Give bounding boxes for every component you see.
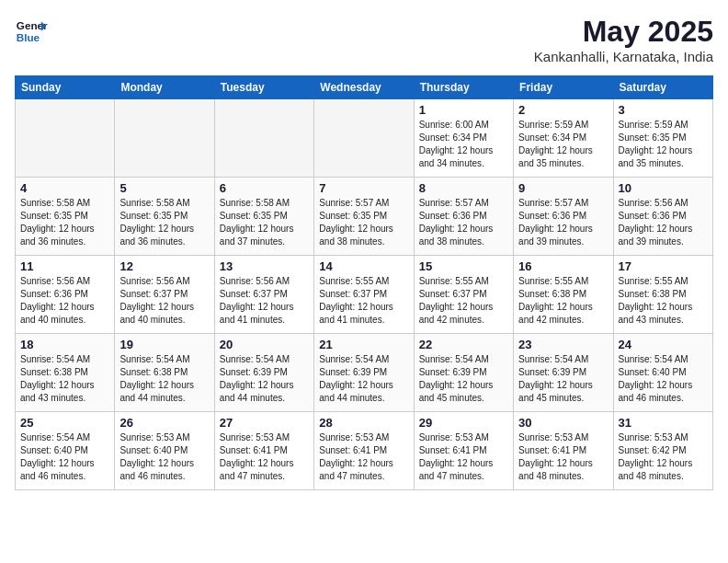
day-info: Sunrise: 5:56 AMSunset: 6:37 PMDaylight:… [119,275,209,327]
weekday-header-saturday: Saturday [613,76,712,99]
day-number: 23 [518,338,608,351]
calendar-cell: 15Sunrise: 5:55 AMSunset: 6:37 PMDayligh… [414,256,513,334]
calendar-cell: 30Sunrise: 5:53 AMSunset: 6:41 PMDayligh… [514,412,613,490]
day-info: Sunrise: 5:57 AMSunset: 6:36 PMDaylight:… [518,197,608,248]
day-info: Sunrise: 5:54 AMSunset: 6:40 PMDaylight:… [20,431,109,483]
month-year: May 2025 [534,15,713,49]
day-info: Sunrise: 5:54 AMSunset: 6:38 PMDaylight:… [20,353,109,405]
day-number: 10 [619,181,708,195]
calendar-cell: 22Sunrise: 5:54 AMSunset: 6:39 PMDayligh… [414,334,513,412]
calendar-cell [214,99,313,178]
calendar-cell [314,99,414,178]
day-number: 4 [20,181,109,195]
calendar-cell [16,99,115,178]
day-info: Sunrise: 5:53 AMSunset: 6:42 PMDaylight:… [619,431,708,483]
day-info: Sunrise: 5:57 AMSunset: 6:35 PMDaylight:… [319,197,408,248]
calendar-cell: 31Sunrise: 5:53 AMSunset: 6:42 PMDayligh… [613,412,712,490]
day-number: 15 [419,259,508,273]
calendar-cell: 28Sunrise: 5:53 AMSunset: 6:41 PMDayligh… [314,412,414,490]
day-info: Sunrise: 5:56 AMSunset: 6:37 PMDaylight:… [220,275,309,327]
day-info: Sunrise: 5:54 AMSunset: 6:39 PMDaylight:… [220,353,309,405]
day-info: Sunrise: 5:53 AMSunset: 6:41 PMDaylight:… [220,431,309,483]
title-block: May 2025 Kankanhalli, Karnataka, India [534,15,713,64]
calendar-cell [115,99,214,178]
day-number: 11 [20,259,109,273]
day-number: 13 [220,259,309,273]
day-number: 8 [419,181,508,195]
calendar-cell: 19Sunrise: 5:54 AMSunset: 6:38 PMDayligh… [115,334,214,412]
day-number: 19 [119,338,209,351]
day-info: Sunrise: 5:55 AMSunset: 6:38 PMDaylight:… [518,275,608,327]
day-info: Sunrise: 5:53 AMSunset: 6:41 PMDaylight:… [319,431,408,483]
day-info: Sunrise: 5:54 AMSunset: 6:39 PMDaylight:… [419,353,508,405]
day-info: Sunrise: 5:56 AMSunset: 6:36 PMDaylight:… [619,197,708,248]
day-info: Sunrise: 5:53 AMSunset: 6:40 PMDaylight:… [119,431,209,483]
day-number: 31 [619,416,708,430]
calendar-cell: 3Sunrise: 5:59 AMSunset: 6:35 PMDaylight… [613,99,712,178]
logo: General Blue [15,15,48,48]
day-info: Sunrise: 5:58 AMSunset: 6:35 PMDaylight:… [220,197,309,248]
day-number: 1 [419,103,508,117]
calendar-cell: 6Sunrise: 5:58 AMSunset: 6:35 PMDaylight… [214,178,313,256]
day-number: 30 [518,416,608,430]
day-info: Sunrise: 5:53 AMSunset: 6:41 PMDaylight:… [518,431,608,483]
calendar-cell: 18Sunrise: 5:54 AMSunset: 6:38 PMDayligh… [16,334,115,412]
day-number: 9 [518,181,608,195]
day-number: 26 [119,416,209,430]
calendar-cell: 23Sunrise: 5:54 AMSunset: 6:39 PMDayligh… [514,334,613,412]
day-number: 7 [319,181,408,195]
day-number: 20 [220,338,309,351]
day-number: 25 [20,416,109,430]
calendar-cell: 7Sunrise: 5:57 AMSunset: 6:35 PMDaylight… [314,178,414,256]
day-number: 2 [518,103,608,117]
day-info: Sunrise: 5:58 AMSunset: 6:35 PMDaylight:… [20,197,109,248]
day-number: 16 [518,259,608,273]
weekday-header-sunday: Sunday [16,76,115,99]
weekday-header-thursday: Thursday [414,76,513,99]
weekday-header-monday: Monday [115,76,214,99]
day-info: Sunrise: 5:55 AMSunset: 6:38 PMDaylight:… [619,275,708,327]
weekday-header-tuesday: Tuesday [214,76,313,99]
logo-icon: General Blue [15,15,48,48]
calendar-cell: 20Sunrise: 5:54 AMSunset: 6:39 PMDayligh… [214,334,313,412]
calendar-cell: 21Sunrise: 5:54 AMSunset: 6:39 PMDayligh… [314,334,414,412]
calendar-cell: 1Sunrise: 6:00 AMSunset: 6:34 PMDaylight… [414,99,513,178]
calendar-cell: 4Sunrise: 5:58 AMSunset: 6:35 PMDaylight… [16,178,115,256]
day-info: Sunrise: 5:55 AMSunset: 6:37 PMDaylight:… [419,275,508,327]
day-info: Sunrise: 6:00 AMSunset: 6:34 PMDaylight:… [419,119,508,170]
day-number: 21 [319,338,408,351]
day-info: Sunrise: 5:54 AMSunset: 6:39 PMDaylight:… [518,353,608,405]
day-number: 18 [20,338,109,351]
page-header: General Blue May 2025 Kankanhalli, Karna… [15,15,713,64]
calendar-cell: 14Sunrise: 5:55 AMSunset: 6:37 PMDayligh… [314,256,414,334]
day-number: 3 [619,103,708,117]
day-number: 29 [419,416,508,430]
calendar-cell: 9Sunrise: 5:57 AMSunset: 6:36 PMDaylight… [514,178,613,256]
calendar-cell: 10Sunrise: 5:56 AMSunset: 6:36 PMDayligh… [613,178,712,256]
day-number: 24 [619,338,708,351]
day-info: Sunrise: 5:55 AMSunset: 6:37 PMDaylight:… [319,275,408,327]
calendar-cell: 24Sunrise: 5:54 AMSunset: 6:40 PMDayligh… [613,334,712,412]
day-info: Sunrise: 5:59 AMSunset: 6:34 PMDaylight:… [518,119,608,170]
day-info: Sunrise: 5:59 AMSunset: 6:35 PMDaylight:… [619,119,708,170]
day-number: 17 [619,259,708,273]
calendar-cell: 12Sunrise: 5:56 AMSunset: 6:37 PMDayligh… [115,256,214,334]
day-info: Sunrise: 5:57 AMSunset: 6:36 PMDaylight:… [419,197,508,248]
calendar-cell: 25Sunrise: 5:54 AMSunset: 6:40 PMDayligh… [16,412,115,490]
day-number: 14 [319,259,408,273]
day-number: 22 [419,338,508,351]
svg-text:Blue: Blue [17,31,40,43]
day-info: Sunrise: 5:58 AMSunset: 6:35 PMDaylight:… [119,197,209,248]
day-info: Sunrise: 5:54 AMSunset: 6:39 PMDaylight:… [319,353,408,405]
calendar-cell: 11Sunrise: 5:56 AMSunset: 6:36 PMDayligh… [16,256,115,334]
calendar-cell: 17Sunrise: 5:55 AMSunset: 6:38 PMDayligh… [613,256,712,334]
calendar-cell: 8Sunrise: 5:57 AMSunset: 6:36 PMDaylight… [414,178,513,256]
day-number: 5 [119,181,209,195]
location: Kankanhalli, Karnataka, India [534,49,713,64]
calendar-cell: 2Sunrise: 5:59 AMSunset: 6:34 PMDaylight… [514,99,613,178]
weekday-header-wednesday: Wednesday [314,76,414,99]
weekday-header-friday: Friday [514,76,613,99]
day-number: 12 [119,259,209,273]
calendar-cell: 26Sunrise: 5:53 AMSunset: 6:40 PMDayligh… [115,412,214,490]
day-info: Sunrise: 5:54 AMSunset: 6:40 PMDaylight:… [619,353,708,405]
